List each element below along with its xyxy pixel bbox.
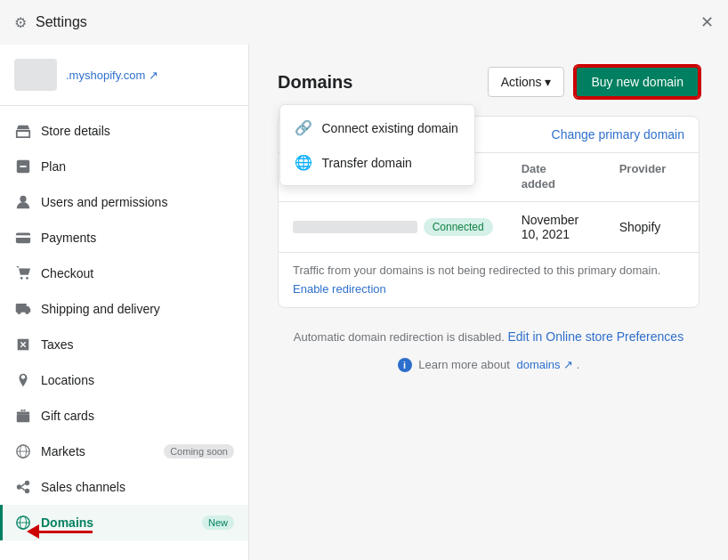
svg-point-5 bbox=[20, 277, 23, 280]
gift-cards-icon bbox=[14, 407, 32, 425]
col-date-added: Dateadded bbox=[522, 162, 619, 192]
status-cell: Connected bbox=[424, 218, 522, 236]
connect-domain-label: Connect existing domain bbox=[321, 121, 457, 135]
svg-point-14 bbox=[17, 484, 21, 489]
transfer-domain-label: Transfer domain bbox=[321, 156, 411, 170]
store-avatar bbox=[14, 59, 57, 91]
title-bar: ⚙ Settings ✕ bbox=[0, 0, 728, 45]
checkout-label: Checkout bbox=[41, 266, 234, 280]
payments-icon bbox=[14, 229, 32, 247]
domain-row: Connected November10, 2021 Shopify bbox=[279, 202, 699, 253]
sidebar-item-plan[interactable]: Plan bbox=[0, 149, 248, 184]
connect-domain-item[interactable]: 🔗 Connect existing domain bbox=[280, 110, 474, 145]
sidebar: .myshopify.com ↗ Store details Plan U bbox=[0, 45, 249, 560]
payments-label: Payments bbox=[41, 231, 234, 245]
store-url[interactable]: .myshopify.com ↗ bbox=[66, 69, 158, 82]
markets-badge: Coming soon bbox=[164, 444, 234, 459]
date-added-cell: November10, 2021 bbox=[522, 213, 619, 241]
learn-more-link[interactable]: domains ↗ bbox=[516, 358, 573, 371]
info-icon: i bbox=[398, 358, 412, 372]
svg-rect-10 bbox=[17, 412, 29, 415]
taxes-label: Taxes bbox=[41, 337, 234, 352]
buy-new-domain-button[interactable]: Buy new domain bbox=[575, 66, 700, 98]
main-layout: .myshopify.com ↗ Store details Plan U bbox=[0, 45, 728, 560]
svg-line-17 bbox=[21, 483, 25, 486]
transfer-domain-item[interactable]: 🌐 Transfer domain bbox=[280, 145, 474, 180]
domain-name-cell bbox=[293, 221, 424, 233]
sidebar-item-shipping[interactable]: Shipping and delivery bbox=[0, 291, 248, 327]
svg-rect-3 bbox=[16, 233, 30, 244]
svg-point-2 bbox=[20, 196, 26, 202]
learn-more-row: i Learn more about domains ↗ . bbox=[278, 351, 700, 377]
auto-redirect-row: Automatic domain redirection is disabled… bbox=[278, 322, 700, 351]
window-title: Settings bbox=[36, 14, 692, 30]
sidebar-item-store-details[interactable]: Store details bbox=[0, 113, 248, 149]
svg-rect-4 bbox=[16, 235, 30, 238]
svg-line-18 bbox=[21, 488, 25, 491]
actions-button[interactable]: Actions ▾ bbox=[488, 67, 565, 97]
store-info[interactable]: .myshopify.com ↗ bbox=[0, 45, 248, 106]
sales-channels-icon bbox=[14, 478, 32, 496]
col-provider: Provider bbox=[619, 162, 684, 192]
sidebar-item-users[interactable]: Users and permissions bbox=[0, 184, 248, 220]
sales-channels-label: Sales channels bbox=[41, 480, 234, 494]
learn-more-suffix: . bbox=[577, 358, 580, 371]
locations-label: Locations bbox=[41, 373, 234, 387]
close-button[interactable]: ✕ bbox=[700, 12, 714, 32]
provider-cell: Shopify bbox=[619, 220, 684, 234]
sidebar-item-checkout[interactable]: Checkout bbox=[0, 256, 248, 291]
sidebar-item-markets[interactable]: Markets Coming soon bbox=[0, 434, 248, 469]
plan-icon bbox=[14, 158, 32, 175]
svg-point-6 bbox=[26, 277, 28, 280]
link-icon: 🔗 bbox=[295, 119, 312, 136]
enable-redirection-link[interactable]: Enable redirection bbox=[293, 282, 386, 296]
taxes-icon bbox=[14, 336, 32, 353]
settings-window: ⚙ Settings ✕ .myshopify.com ↗ Store deta… bbox=[0, 0, 728, 560]
domain-name-blurred bbox=[293, 221, 417, 233]
domains-header: Domains Actions ▾ 🔗 Connect existing dom… bbox=[278, 66, 700, 98]
users-icon bbox=[14, 193, 32, 211]
shipping-icon bbox=[14, 300, 32, 318]
checkout-icon bbox=[14, 264, 32, 282]
redirect-warning-text: Traffic from your domains is not being r… bbox=[293, 264, 684, 277]
change-primary-link[interactable]: Change primary domain bbox=[552, 127, 684, 142]
actions-container: Actions ▾ 🔗 Connect existing domain 🌐 Tr… bbox=[488, 67, 565, 97]
arrow-head bbox=[27, 524, 39, 539]
shipping-label: Shipping and delivery bbox=[41, 302, 234, 316]
svg-point-16 bbox=[25, 489, 29, 493]
plan-label: Plan bbox=[41, 159, 234, 174]
store-icon bbox=[14, 122, 32, 140]
sidebar-item-locations[interactable]: Locations bbox=[0, 362, 248, 398]
svg-rect-9 bbox=[17, 414, 29, 422]
markets-icon bbox=[14, 442, 32, 460]
new-indicator-arrow bbox=[27, 524, 249, 539]
sidebar-item-sales-channels[interactable]: Sales channels bbox=[0, 469, 248, 505]
users-label: Users and permissions bbox=[41, 195, 234, 209]
markets-label: Markets bbox=[41, 444, 155, 459]
status-badge: Connected bbox=[424, 218, 493, 236]
learn-more-prefix: Learn more about bbox=[418, 358, 510, 371]
locations-icon bbox=[14, 371, 32, 389]
globe-icon: 🌐 bbox=[295, 154, 312, 171]
sidebar-item-payments[interactable]: Payments bbox=[0, 220, 248, 256]
auto-redirect-text: Automatic domain redirection is disabled… bbox=[294, 330, 505, 344]
store-details-label: Store details bbox=[41, 124, 234, 138]
svg-point-15 bbox=[25, 481, 29, 485]
domains-title: Domains bbox=[278, 72, 477, 93]
edit-online-store-link[interactable]: Edit in Online store Preferences bbox=[507, 329, 684, 344]
arrow-line bbox=[39, 531, 93, 533]
redirect-warning: Traffic from your domains is not being r… bbox=[279, 253, 699, 307]
sidebar-item-gift-cards[interactable]: Gift cards bbox=[0, 398, 248, 434]
settings-icon: ⚙ bbox=[14, 14, 27, 31]
edit-online-store-label: Edit in Online store Preferences bbox=[507, 329, 684, 344]
main-content: Domains Actions ▾ 🔗 Connect existing dom… bbox=[249, 45, 728, 560]
sidebar-item-taxes[interactable]: Taxes bbox=[0, 327, 248, 362]
gift-cards-label: Gift cards bbox=[41, 409, 234, 423]
actions-dropdown: 🔗 Connect existing domain 🌐 Transfer dom… bbox=[279, 104, 475, 186]
